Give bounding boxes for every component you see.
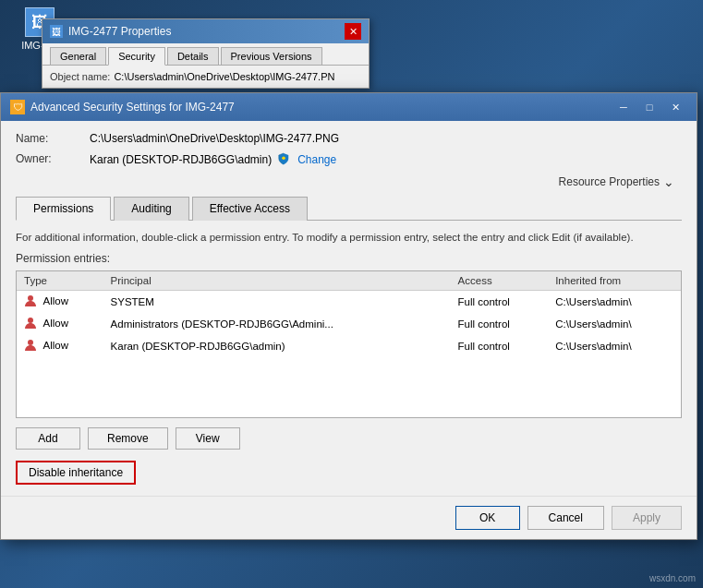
props-close-button[interactable]: ✕ xyxy=(345,23,361,40)
cell-type: Allow xyxy=(17,313,103,335)
apply-button[interactable]: Apply xyxy=(612,506,682,530)
ok-button[interactable]: OK xyxy=(455,506,520,530)
adv-content: Name: C:\Users\admin\OneDrive\Desktop\IM… xyxy=(1,121,697,496)
tab-security[interactable]: Security xyxy=(108,47,165,66)
owner-row: Owner: Karan (DESKTOP-RDJB6GG\admin) Cha… xyxy=(16,152,682,167)
table-row[interactable]: Allow Administrators (DESKTOP-RDJB6GG\Ad… xyxy=(17,313,681,335)
svg-point-3 xyxy=(28,340,33,345)
user-icon xyxy=(24,298,37,309)
cell-principal: Administrators (DESKTOP-RDJB6GG\Admini..… xyxy=(103,313,451,335)
maximize-button[interactable]: □ xyxy=(637,98,661,116)
chevron-down-icon: ⌄ xyxy=(663,174,674,189)
name-value: C:\Users\admin\OneDrive\Desktop\IMG-2477… xyxy=(90,132,339,145)
tab-previous-versions[interactable]: Previous Versions xyxy=(221,47,322,65)
remove-button[interactable]: Remove xyxy=(88,427,168,450)
security-tabs-bar: Permissions Auditing Effective Access xyxy=(16,197,682,221)
view-button[interactable]: View xyxy=(176,427,240,450)
svg-point-1 xyxy=(28,295,33,301)
tab-auditing[interactable]: Auditing xyxy=(114,197,188,221)
close-button[interactable]: ✕ xyxy=(663,98,687,116)
cell-access: Full control xyxy=(451,313,549,335)
cell-access: Full control xyxy=(451,291,549,314)
props-titlebar-left: 🖼 IMG-2477 Properties xyxy=(50,25,171,38)
adv-titlebar: 🛡 Advanced Security Settings for IMG-247… xyxy=(1,93,697,121)
desktop: 🖼 IMG-2... 🖼 IMG-2477 Properties ✕ Gener… xyxy=(0,0,703,588)
adv-dialog-icon: 🛡 xyxy=(10,100,25,114)
user-icon xyxy=(24,342,37,354)
props-dialog-title: IMG-2477 Properties xyxy=(68,25,171,38)
permission-table: Type Principal Access Inherited from All… xyxy=(17,271,681,357)
cancel-button[interactable]: Cancel xyxy=(527,506,604,530)
cell-access: Full control xyxy=(451,335,549,357)
change-owner-link[interactable]: Change xyxy=(297,153,336,166)
add-button[interactable]: Add xyxy=(16,427,80,450)
name-row: Name: C:\Users\admin\OneDrive\Desktop\IM… xyxy=(16,132,682,145)
resource-properties-row: Resource Properties ⌄ xyxy=(16,174,682,189)
titlebar-controls: ─ □ ✕ xyxy=(612,98,687,116)
owner-value-container: Karan (DESKTOP-RDJB6GG\admin) Change xyxy=(90,152,336,167)
name-label: Name: xyxy=(16,132,90,145)
action-buttons-row: Add Remove View xyxy=(16,427,682,450)
adv-titlebar-left: 🛡 Advanced Security Settings for IMG-247… xyxy=(10,100,235,114)
adv-dialog-title: Advanced Security Settings for IMG-2477 xyxy=(30,101,235,114)
svg-point-0 xyxy=(282,156,285,160)
owner-value: Karan (DESKTOP-RDJB6GG\admin) xyxy=(90,153,272,166)
permission-table-container[interactable]: Type Principal Access Inherited from All… xyxy=(16,270,682,418)
object-name-value: C:\Users\admin\OneDrive\Desktop\IMG-2477… xyxy=(114,71,334,82)
tab-general[interactable]: General xyxy=(50,47,106,65)
col-inherited-from: Inherited from xyxy=(548,271,681,291)
props-object-row: Object name: C:\Users\admin\OneDrive\Des… xyxy=(42,66,369,88)
shield-icon xyxy=(277,152,292,167)
tab-effective-access[interactable]: Effective Access xyxy=(192,197,308,221)
cell-type: Allow xyxy=(17,291,103,314)
cell-inherited-from: C:\Users\admin\ xyxy=(548,291,681,314)
permission-entries-label: Permission entries: xyxy=(16,252,682,265)
tab-details[interactable]: Details xyxy=(167,47,219,65)
cell-inherited-from: C:\Users\admin\ xyxy=(548,335,681,357)
permission-info-text: For additional information, double-click… xyxy=(16,230,682,245)
cell-type: Allow xyxy=(17,335,103,357)
disable-inheritance-button[interactable]: Disable inheritance xyxy=(16,461,136,485)
props-titlebar-small: 🖼 IMG-2477 Properties ✕ xyxy=(42,19,369,43)
resource-properties-label: Resource Properties xyxy=(559,175,660,188)
table-row[interactable]: Allow SYSTEM Full control C:\Users\admin… xyxy=(17,291,681,314)
svg-point-2 xyxy=(28,318,33,323)
props-tabs-bar: General Security Details Previous Versio… xyxy=(42,43,369,66)
table-row[interactable]: Allow Karan (DESKTOP-RDJB6GG\admin) Full… xyxy=(17,335,681,357)
col-access: Access xyxy=(451,271,549,291)
object-name-label: Object name: xyxy=(50,71,110,82)
props-dialog-icon: 🖼 xyxy=(50,25,63,38)
cell-principal: Karan (DESKTOP-RDJB6GG\admin) xyxy=(103,335,451,357)
user-icon xyxy=(24,320,37,331)
cell-inherited-from: C:\Users\admin\ xyxy=(548,313,681,335)
properties-dialog-small: 🖼 IMG-2477 Properties ✕ General Security… xyxy=(42,18,370,89)
owner-label: Owner: xyxy=(16,152,90,165)
col-type: Type xyxy=(17,271,103,291)
advanced-security-dialog: 🛡 Advanced Security Settings for IMG-247… xyxy=(0,92,697,540)
table-header-row: Type Principal Access Inherited from xyxy=(17,271,681,291)
cell-principal: SYSTEM xyxy=(103,291,451,314)
minimize-button[interactable]: ─ xyxy=(612,98,636,116)
watermark: wsxdn.com xyxy=(649,573,696,583)
bottom-buttons-row: OK Cancel Apply xyxy=(1,496,697,539)
tab-permissions[interactable]: Permissions xyxy=(16,197,111,221)
col-principal: Principal xyxy=(103,271,451,291)
resource-properties-button[interactable]: Resource Properties ⌄ xyxy=(559,174,674,189)
